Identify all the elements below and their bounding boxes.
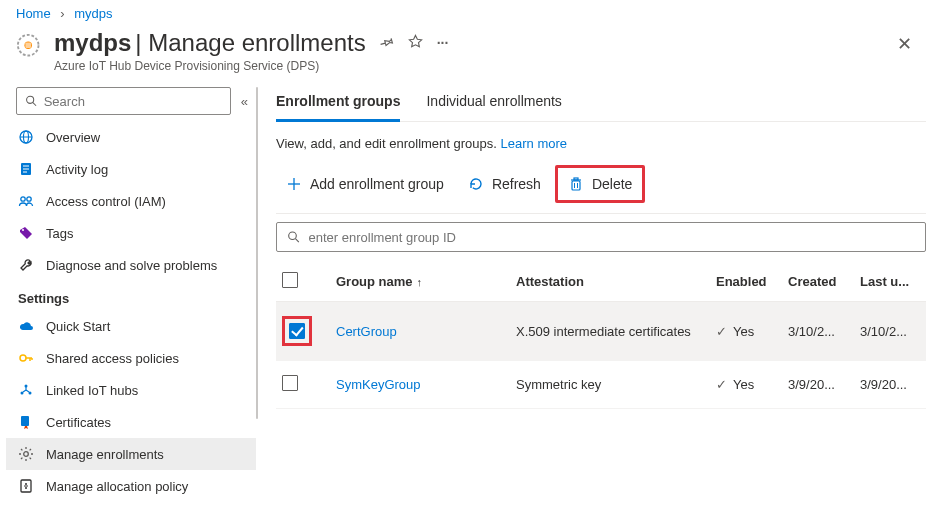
sidebar-item-label: Linked IoT hubs <box>46 383 138 398</box>
row-checkbox[interactable] <box>289 323 305 339</box>
add-enrollment-group-button[interactable]: Add enrollment group <box>276 168 454 200</box>
svg-rect-34 <box>574 178 578 180</box>
svg-point-26 <box>25 487 27 489</box>
sidebar-item-label: Quick Start <box>46 319 110 334</box>
tab-individual-enrollments[interactable]: Individual enrollments <box>426 87 561 121</box>
col-enabled[interactable]: Enabled <box>710 264 782 302</box>
col-last-updated[interactable]: Last u... <box>854 264 926 302</box>
svg-point-35 <box>289 232 297 240</box>
filter-input[interactable] <box>309 230 915 245</box>
key-icon <box>18 350 34 366</box>
sidebar-item-certificates[interactable]: Certificates <box>6 406 256 438</box>
description: View, add, and edit enrollment groups. L… <box>276 136 926 151</box>
breadcrumb: Home › mydps <box>0 0 936 23</box>
gear-icon <box>18 446 34 462</box>
filter-box[interactable] <box>276 222 926 252</box>
svg-line-4 <box>33 103 36 106</box>
collapse-sidebar-icon[interactable]: « <box>241 94 248 109</box>
sidebar-scrollbar[interactable] <box>256 87 262 502</box>
table-row[interactable]: SymKeyGroup Symmetric key ✓Yes 3/9/20...… <box>276 361 926 409</box>
sidebar-item-overview[interactable]: Overview <box>6 121 256 153</box>
table-row[interactable]: CertGroup X.509 intermediate certificate… <box>276 302 926 361</box>
cloud-icon <box>18 318 34 334</box>
people-icon <box>18 193 34 209</box>
col-group-name[interactable]: Group name↑ <box>330 264 510 302</box>
toolbar: Add enrollment group Refresh Delete <box>276 165 926 214</box>
policy-icon <box>18 478 34 494</box>
svg-point-14 <box>22 229 24 231</box>
page-header: mydps | Manage enrollments ··· Azure IoT… <box>0 23 936 87</box>
sidebar-item-label: Access control (IAM) <box>46 194 166 209</box>
sidebar-item-tags[interactable]: Tags <box>6 217 256 249</box>
sidebar-item-linked-iot-hubs[interactable]: Linked IoT hubs <box>6 374 256 406</box>
breadcrumb-current[interactable]: mydps <box>74 6 112 21</box>
sort-asc-icon: ↑ <box>417 276 423 288</box>
chevron-right-icon: › <box>54 6 70 21</box>
tabs: Enrollment groups Individual enrollments <box>276 87 926 122</box>
svg-point-3 <box>27 96 34 103</box>
delete-button[interactable]: Delete <box>558 168 642 200</box>
sidebar-item-quick-start[interactable]: Quick Start <box>6 310 256 342</box>
tag-icon <box>18 225 34 241</box>
page-subtitle: Azure IoT Hub Device Provisioning Servic… <box>54 59 889 73</box>
cell-last: 3/9/20... <box>854 361 926 409</box>
group-name-link[interactable]: CertGroup <box>336 324 397 339</box>
sidebar-item-shared-access-policies[interactable]: Shared access policies <box>6 342 256 374</box>
check-icon: ✓ <box>716 377 727 392</box>
resource-icon <box>16 33 46 63</box>
cell-enabled: ✓Yes <box>710 302 782 361</box>
col-created[interactable]: Created <box>782 264 854 302</box>
log-icon <box>18 161 34 177</box>
cell-attestation: X.509 intermediate certificates <box>510 302 710 361</box>
sidebar-item-label: Manage allocation policy <box>46 479 188 494</box>
sidebar-item-activity-log[interactable]: Activity log <box>6 153 256 185</box>
close-icon[interactable]: ✕ <box>889 29 920 59</box>
svg-rect-2 <box>25 42 31 48</box>
group-name-link[interactable]: SymKeyGroup <box>336 377 421 392</box>
svg-point-25 <box>25 483 27 485</box>
cell-enabled: ✓Yes <box>710 361 782 409</box>
wrench-icon <box>18 257 34 273</box>
col-attestation[interactable]: Attestation <box>510 264 710 302</box>
sidebar-item-manage-enrollments[interactable]: Manage enrollments <box>6 438 256 470</box>
svg-point-13 <box>27 197 31 201</box>
svg-point-15 <box>20 355 26 361</box>
cell-created: 3/10/2... <box>782 302 854 361</box>
plus-icon <box>286 176 302 192</box>
breadcrumb-home[interactable]: Home <box>16 6 51 21</box>
select-all-checkbox[interactable] <box>282 272 298 288</box>
sidebar-item-label: Certificates <box>46 415 111 430</box>
svg-point-12 <box>21 197 25 201</box>
row-checkbox[interactable] <box>282 375 298 391</box>
sidebar-item-diagnose-and-solve-problems[interactable]: Diagnose and solve problems <box>6 249 256 281</box>
svg-line-36 <box>295 239 298 242</box>
cell-attestation: Symmetric key <box>510 361 710 409</box>
refresh-icon <box>468 176 484 192</box>
sidebar-item-label: Tags <box>46 226 73 241</box>
learn-more-link[interactable]: Learn more <box>501 136 567 151</box>
refresh-button[interactable]: Refresh <box>458 168 551 200</box>
cell-created: 3/9/20... <box>782 361 854 409</box>
pin-icon[interactable] <box>380 35 394 52</box>
svg-rect-30 <box>572 181 580 190</box>
sidebar-item-label: Activity log <box>46 162 108 177</box>
hub-icon <box>18 382 34 398</box>
cert-icon <box>18 414 34 430</box>
trash-icon <box>568 176 584 192</box>
sidebar: « OverviewActivity logAccess control (IA… <box>0 87 256 502</box>
favorite-icon[interactable] <box>408 34 423 52</box>
globe-icon <box>18 129 34 145</box>
svg-point-23 <box>24 452 29 457</box>
sidebar-item-label: Manage enrollments <box>46 447 164 462</box>
sidebar-item-label: Overview <box>46 130 100 145</box>
tab-enrollment-groups[interactable]: Enrollment groups <box>276 87 400 122</box>
settings-heading: Settings <box>6 281 256 310</box>
sidebar-search[interactable] <box>16 87 231 115</box>
cell-last: 3/10/2... <box>854 302 926 361</box>
more-icon[interactable]: ··· <box>437 35 449 51</box>
search-input[interactable] <box>44 94 222 109</box>
sidebar-item-manage-allocation-policy[interactable]: Manage allocation policy <box>6 470 256 502</box>
sidebar-item-access-control-iam-[interactable]: Access control (IAM) <box>6 185 256 217</box>
sidebar-item-label: Shared access policies <box>46 351 179 366</box>
search-icon <box>287 230 301 244</box>
